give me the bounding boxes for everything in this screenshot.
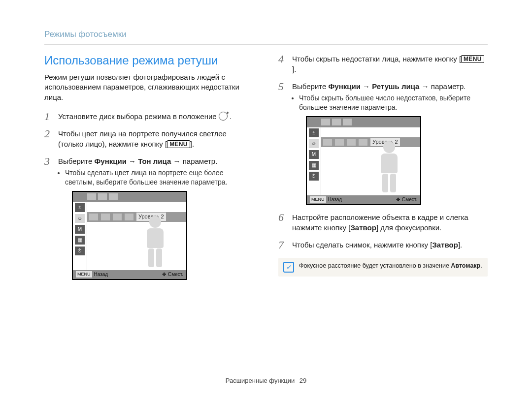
- cam-bottombar: MENU Назад ✥ Смест.: [307, 195, 420, 204]
- step-1: 1 Установите диск выбора режима в положе…: [44, 111, 254, 122]
- step-bold: Ретушь лица: [372, 82, 419, 91]
- note-bold: Автомакр: [451, 262, 480, 269]
- cam-level-chip: [101, 214, 110, 220]
- cam-ev-icon: ±: [75, 203, 85, 212]
- note-text-a: Фокусное расстояние будет установлено в …: [299, 262, 451, 269]
- camera-screenshot: ± ☺ M ▦ ⏱: [72, 191, 187, 280]
- cam-topbar: [307, 117, 420, 127]
- info-note: ✓ Фокусное расстояние будет установлено …: [278, 258, 488, 277]
- step-text-tail: .: [192, 140, 194, 148]
- divider: [44, 44, 488, 45]
- cam-level-chip: [125, 214, 133, 220]
- step-text: Чтобы сделать снимок, нажмите кнопку [: [292, 241, 432, 249]
- step-text-tail: ] для фокусировки.: [376, 223, 442, 232]
- step-4: 4 Чтобы скрыть недостатки лица, нажмите …: [278, 54, 488, 74]
- cam-level-chip: [359, 139, 367, 146]
- step-text: Выберите: [292, 82, 328, 91]
- step-number: 4: [278, 52, 284, 67]
- cam-topbar: [73, 192, 186, 202]
- cam-sd-icon: [321, 118, 331, 126]
- step-text: Установите диск выбора режима в положени…: [58, 112, 219, 121]
- cam-timer-icon: ⏱: [75, 247, 85, 255]
- cam-face-icon: ☺: [309, 139, 319, 148]
- cam-quality-icon: [342, 118, 352, 126]
- cam-face-icon: ☺: [75, 214, 85, 223]
- cam-grid-icon: ▦: [309, 161, 319, 170]
- person-silhouette-icon: [138, 216, 172, 270]
- step-5: 5 Выберите Функции → Ретушь лица → парам…: [278, 81, 488, 205]
- cam-move-label: Смест.: [168, 271, 183, 278]
- nav-cross-icon: ✥: [396, 196, 400, 203]
- cam-ev-icon: ±: [309, 128, 319, 137]
- cam-left-icons: ± ☺ M ▦ ⏱: [73, 202, 87, 270]
- step-text: Чтобы цвет лица на портрете получился св…: [58, 129, 227, 148]
- menu-key: MENU: [167, 140, 190, 148]
- manual-page: Режимы фотосъемки Использование режима р…: [0, 0, 532, 401]
- cam-mode-icon: M: [75, 225, 85, 234]
- left-column: Использование режима ретуши Режим ретуши…: [44, 54, 254, 287]
- step-bold: Функции: [94, 157, 126, 165]
- right-column: 4 Чтобы скрыть недостатки лица, нажмите …: [278, 54, 488, 287]
- section-title: Использование режима ретуши: [44, 54, 254, 67]
- info-icon: ✓: [283, 262, 294, 273]
- cam-canvas: Уровень 2: [321, 127, 420, 195]
- footer-section: Расширенные функции: [226, 377, 295, 384]
- step-bold: Затвор: [432, 241, 458, 249]
- step-text-tail: ].: [458, 241, 462, 249]
- cam-quality-icon: [108, 193, 118, 201]
- arrow: →: [129, 157, 138, 165]
- cam-indicator-icon: [332, 118, 341, 126]
- cam-grid-icon: ▦: [75, 236, 85, 245]
- step-number: 7: [278, 238, 284, 253]
- cam-canvas: Уровень 2: [87, 202, 186, 270]
- steps-left: 1 Установите диск выбора режима в положе…: [44, 111, 254, 280]
- step-number: 6: [278, 210, 284, 225]
- step-7: 7 Чтобы сделать снимок, нажмите кнопку […: [278, 240, 488, 250]
- sub-step: Чтобы скрыть большее число недостатков, …: [299, 93, 488, 112]
- cam-sd-icon: [87, 193, 97, 201]
- cam-level-chip: [323, 139, 332, 146]
- nav-cross-icon: ✥: [162, 271, 166, 278]
- step-2: 2 Чтобы цвет лица на портрете получился …: [44, 128, 254, 149]
- arrow: →: [363, 82, 372, 91]
- cam-indicator-icon: [98, 193, 107, 201]
- intro-text: Режим ретуши позволяет фотографировать л…: [44, 72, 254, 102]
- step-tail: → параметр.: [173, 157, 218, 165]
- step-bold: Тон лица: [138, 157, 171, 165]
- cam-level-chip: [89, 214, 98, 220]
- cam-level-chip: [335, 139, 344, 146]
- cam-back-label: Назад: [94, 271, 108, 278]
- step-number: 2: [44, 126, 50, 142]
- cam-body: ± ☺ M ▦ ⏱: [73, 202, 186, 270]
- step-text: Выберите: [58, 157, 94, 165]
- sub-steps: Чтобы скрыть большее число недостатков, …: [292, 93, 488, 112]
- step-text-tail: .: [294, 65, 296, 73]
- step-3: 3 Выберите Функции → Тон лица → параметр…: [44, 156, 254, 280]
- step-tail: → параметр.: [422, 82, 466, 91]
- sub-steps: Чтобы сделать цвет лица на портрете еще …: [58, 168, 254, 187]
- breadcrumb: Режимы фотосъемки: [44, 30, 488, 39]
- step-number: 3: [44, 154, 50, 169]
- cam-left-icons: ± ☺ M ▦ ⏱: [307, 127, 321, 195]
- page-footer: Расширенные функции 29: [0, 377, 532, 384]
- beauty-mode-icon: [219, 112, 228, 121]
- content-columns: Использование режима ретуши Режим ретуши…: [44, 54, 488, 287]
- page-number: 29: [299, 377, 306, 384]
- step-bold: Затвор: [350, 223, 376, 232]
- note-text: Фокусное расстояние будет установлено в …: [299, 262, 482, 270]
- sub-step: Чтобы сделать цвет лица на портрете еще …: [65, 168, 254, 187]
- cam-menu-tag: MENU: [310, 196, 326, 203]
- camera-screenshot: ± ☺ M ▦ ⏱: [306, 116, 421, 205]
- cam-body: ± ☺ M ▦ ⏱: [307, 127, 420, 195]
- step-number: 5: [278, 79, 284, 94]
- cam-mode-icon: M: [309, 150, 319, 159]
- menu-key: MENU: [461, 55, 484, 63]
- cam-level-chip: [347, 139, 356, 146]
- person-silhouette-icon: [372, 141, 406, 195]
- cam-move-label: Смест.: [402, 196, 417, 203]
- step-bold: Функции: [328, 82, 360, 91]
- step-6: 6 Настройте расположение объекта в кадре…: [278, 212, 488, 233]
- cam-back-label: Назад: [328, 196, 342, 203]
- cam-menu-tag: MENU: [76, 271, 92, 278]
- note-text-b: .: [480, 262, 482, 269]
